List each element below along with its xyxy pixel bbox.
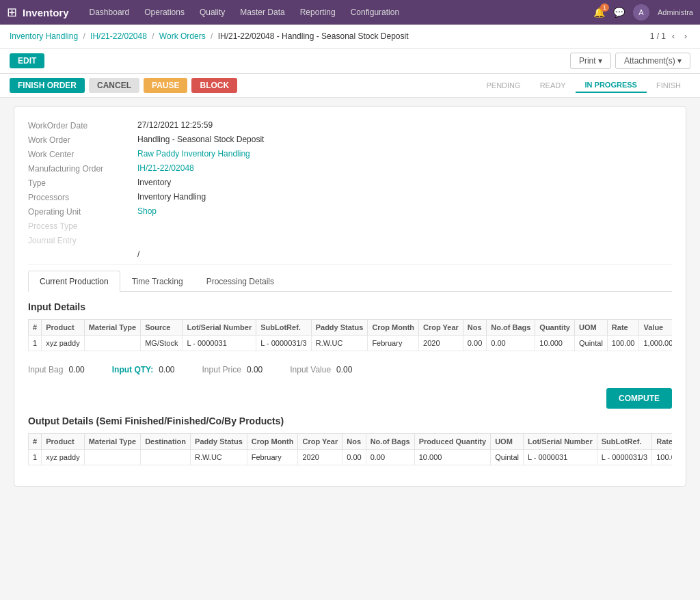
block-button[interactable]: BLOCK xyxy=(191,78,237,93)
input-qty-label: Input QTY: xyxy=(112,365,153,374)
nav-quality[interactable]: Quality xyxy=(193,2,232,23)
processors-value: Inventory Handling xyxy=(137,192,206,202)
pager-prev[interactable]: ‹ xyxy=(669,30,678,42)
input-value-value: 0.00 xyxy=(336,365,352,374)
type-value: Inventory xyxy=(137,178,171,188)
out-col-rate: Rate xyxy=(652,434,672,450)
edit-bar: EDIT Print ▾ Attachment(s) ▾ xyxy=(0,49,700,74)
manufacturing-order-row: Manufacturing Order IH/21-22/02048 xyxy=(28,163,672,174)
out-col-crop-year: Crop Year xyxy=(298,434,342,450)
nav-configuration[interactable]: Configuration xyxy=(344,2,406,23)
nav-dashboard[interactable]: Dashboard xyxy=(83,2,137,23)
print-button[interactable]: Print ▾ xyxy=(570,53,611,69)
finish-order-button[interactable]: FINISH ORDER xyxy=(10,78,85,93)
input-price-value: 0.00 xyxy=(247,365,262,374)
out-col-no-of-bags: No.of Bags xyxy=(366,434,414,450)
main-content: WorkOrder Date 27/12/2021 12:25:59 Work … xyxy=(0,98,700,502)
manufacturing-order-label: Manufacturing Order xyxy=(28,163,137,174)
col-nos: Nos xyxy=(463,320,486,336)
input-bag-summary: Input Bag 0.00 xyxy=(28,365,85,374)
output-details-table: # Product Material Type Destination Padd… xyxy=(28,433,672,465)
output-details-title: Output Details (Semi Finished/Finished/C… xyxy=(28,415,672,426)
input-details-title: Input Details xyxy=(28,301,672,312)
nav-master-data[interactable]: Master Data xyxy=(233,2,291,23)
input-details-table: # Product Material Type Source Lot/Seria… xyxy=(28,319,672,351)
pager-next[interactable]: › xyxy=(681,30,690,42)
tab-current-production[interactable]: Current Production xyxy=(28,271,120,292)
col-crop-year: Crop Year xyxy=(419,320,463,336)
breadcrumb-current: IH/21-22/02048 - Handling - Seasonal Sto… xyxy=(218,31,409,41)
work-order-value: Handling - Seasonal Stock Deposit xyxy=(137,135,264,145)
input-qty-value: 0.00 xyxy=(159,365,174,374)
status-in-progress[interactable]: IN PROGRESS xyxy=(576,78,647,93)
col-num: # xyxy=(29,320,42,336)
nav-operations[interactable]: Operations xyxy=(137,2,191,23)
tab-processing-details[interactable]: Processing Details xyxy=(195,271,286,292)
pause-button[interactable]: PAUSE xyxy=(144,78,187,93)
user-label: Administra xyxy=(658,8,693,16)
breadcrumb-work-orders[interactable]: Work Orders xyxy=(159,31,206,41)
chat-icon[interactable]: 💬 xyxy=(613,7,625,18)
col-material-type: Material Type xyxy=(84,320,141,336)
out-col-material-type: Material Type xyxy=(84,434,141,450)
breadcrumb-bar: Inventory Handling / IH/21-22/02048 / Wo… xyxy=(0,25,700,49)
col-sublotref: SubLotRef. xyxy=(256,320,311,336)
processors-row: Processors Inventory Handling xyxy=(28,192,672,202)
edit-button[interactable]: EDIT xyxy=(10,53,44,68)
top-navigation: ⊞ Inventory Dashboard Operations Quality… xyxy=(0,0,700,25)
col-uom: UOM xyxy=(574,320,607,336)
breadcrumb-ih-number[interactable]: IH/21-22/02048 xyxy=(90,31,147,41)
operating-unit-row: Operating Unit Shop xyxy=(28,206,672,217)
out-col-lot-serial: Lot/Serial Number xyxy=(523,434,597,450)
work-order-label: Work Order xyxy=(28,135,137,145)
input-price-summary: Input Price 0.00 xyxy=(202,365,263,374)
input-summary: Input Bag 0.00 Input QTY: 0.00 Input Pri… xyxy=(28,358,672,381)
col-quantity: Quantity xyxy=(535,320,575,336)
status-finish[interactable]: FINISH xyxy=(647,79,690,92)
table-row[interactable]: 1xyz paddyR.W.UCFebruary20200.000.0010.0… xyxy=(29,450,673,465)
notification-icon[interactable]: 🔔1 xyxy=(593,7,605,18)
col-product: Product xyxy=(42,320,85,336)
col-paddy-status: Paddy Status xyxy=(311,320,368,336)
out-col-destination: Destination xyxy=(141,434,191,450)
journal-entry-label: Journal Entry xyxy=(28,235,137,245)
workorder-date-value: 27/12/2021 12:25:59 xyxy=(137,120,213,131)
out-col-nos: Nos xyxy=(342,434,366,450)
status-bar: PENDING READY IN PROGRESS FINISH xyxy=(477,78,691,93)
operating-unit-value[interactable]: Shop xyxy=(137,206,157,217)
col-crop-month: Crop Month xyxy=(368,320,419,336)
out-col-sublotref: SubLotRef. xyxy=(597,434,651,450)
input-bag-label: Input Bag xyxy=(28,365,63,374)
notification-badge: 1 xyxy=(600,3,609,12)
work-center-value[interactable]: Raw Paddy Inventory Handling xyxy=(137,149,250,159)
pager: 1 / 1 ‹ › xyxy=(650,30,690,42)
table-row[interactable]: 1xyz paddyMG/StockL - 0000031L - 0000031… xyxy=(29,336,673,351)
slash-value: / xyxy=(137,249,139,259)
nav-reporting[interactable]: Reporting xyxy=(293,2,342,23)
tab-time-tracking[interactable]: Time Tracking xyxy=(120,271,195,292)
out-col-product: Product xyxy=(42,434,85,450)
status-ready[interactable]: READY xyxy=(530,79,576,92)
compute-area: COMPUTE xyxy=(28,381,672,415)
attachment-button[interactable]: Attachment(s) ▾ xyxy=(615,53,690,69)
pager-text: 1 / 1 xyxy=(650,31,666,41)
input-qty-summary: Input QTY: 0.00 xyxy=(112,365,175,374)
out-col-uom: UOM xyxy=(491,434,524,450)
work-center-row: Work Center Raw Paddy Inventory Handling xyxy=(28,149,672,159)
manufacturing-order-value[interactable]: IH/21-22/02048 xyxy=(137,163,194,174)
nav-right: 🔔1 💬 A Administra xyxy=(593,4,693,21)
input-value-summary: Input Value 0.00 xyxy=(290,365,352,374)
cancel-button[interactable]: CANCEL xyxy=(89,78,139,93)
processors-label: Processors xyxy=(28,192,137,202)
work-order-row: Work Order Handling - Seasonal Stock Dep… xyxy=(28,135,672,145)
avatar[interactable]: A xyxy=(633,4,649,21)
breadcrumb-inventory-handling[interactable]: Inventory Handling xyxy=(10,31,78,41)
compute-button[interactable]: COMPUTE xyxy=(606,388,672,409)
col-source: Source xyxy=(141,320,183,336)
work-order-action-bar: FINISH ORDER CANCEL PAUSE BLOCK PENDING … xyxy=(0,74,700,98)
out-col-num: # xyxy=(29,434,42,450)
operating-unit-label: Operating Unit xyxy=(28,206,137,217)
app-grid-icon[interactable]: ⊞ xyxy=(7,5,17,20)
status-pending[interactable]: PENDING xyxy=(477,79,530,92)
process-type-label: Process Type xyxy=(28,221,137,231)
